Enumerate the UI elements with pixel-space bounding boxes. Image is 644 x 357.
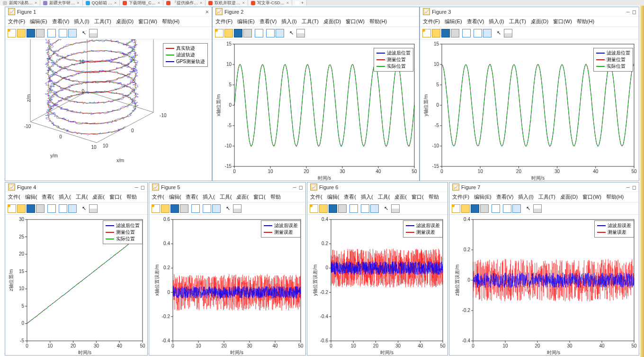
open-file-icon[interactable] [17,29,26,37]
minimize-icon[interactable]: — [626,184,630,191]
close-icon[interactable]: × [77,0,79,5]
menu-item[interactable]: 桌面(D) [531,18,548,25]
grid-icon[interactable] [533,204,542,213]
title-bar[interactable]: 📈 Figure 7—□ [449,183,639,192]
close-icon[interactable]: × [286,0,289,5]
pointer-icon[interactable]: ↖ [224,204,232,213]
tile2-icon[interactable] [512,204,521,213]
tile2-icon[interactable] [276,29,284,37]
menu-item[interactable]: 桌面( [394,193,407,201]
menu-item[interactable]: 工具( [76,193,88,201]
menu-item[interactable]: 帮助(H) [369,18,387,25]
browser-tab[interactable]: 新闻?读易…× [0,0,40,6]
browser-tab[interactable]: 双机并联逆…× [206,0,248,6]
new-file-icon[interactable] [8,29,16,37]
grid-icon[interactable] [89,29,98,37]
menu-item[interactable]: 文件(F) [215,18,233,25]
grid-icon[interactable] [89,204,98,213]
menu-item[interactable]: 编辑(E) [30,18,47,25]
menu-item[interactable]: 工具(T) [509,18,526,25]
menu-item[interactable]: 查看(V) [259,18,277,25]
title-bar[interactable]: 📈 Figure 4—□ [5,183,147,192]
pointer-icon[interactable]: ↖ [80,29,88,37]
menu-item[interactable]: 编辑( [25,193,37,201]
grid-icon[interactable] [233,204,242,213]
minimize-icon[interactable]: — [135,184,138,191]
tile1-icon[interactable] [203,204,211,213]
open-file-icon[interactable] [224,29,233,37]
browser-tab[interactable]: 『提供操作…× [163,0,206,6]
window-icon[interactable] [349,204,358,213]
print-icon[interactable] [243,29,252,37]
save-icon[interactable] [27,204,35,213]
tile1-icon[interactable] [59,204,67,213]
menu-item[interactable]: 窗口(W) [582,193,601,201]
menu-item[interactable]: 查看( [344,193,356,201]
save-icon[interactable] [234,29,242,37]
tile1-icon[interactable] [266,29,275,37]
browser-tab[interactable]: QQ邮箱 …× [83,0,120,6]
menu-item[interactable]: 查看( [42,193,54,201]
maximize-icon[interactable]: □ [633,9,636,15]
menu-item[interactable]: 文件( [310,193,322,201]
tile1-icon[interactable] [503,204,511,213]
menu-item[interactable]: 帮助 [429,193,439,201]
menu-item[interactable]: 工具( [378,193,390,201]
open-file-icon[interactable] [319,204,328,213]
browser-tab[interactable]: 新疆大学研…× [40,0,82,6]
save-icon[interactable] [170,204,179,213]
print-icon[interactable] [480,204,489,213]
menu-item[interactable]: 编辑( [169,193,181,201]
title-bar[interactable]: 📈 Figure 1× [5,7,212,17]
pointer-icon[interactable]: ↖ [80,204,88,213]
menu-item[interactable]: 编辑( [327,193,340,201]
menu-item[interactable]: 插入( [59,193,71,201]
title-bar[interactable]: 📈 Figure 5—□ [149,183,305,192]
menu-item[interactable]: 帮助 [126,193,137,201]
window-icon[interactable] [462,29,471,37]
tile2-icon[interactable] [68,29,77,37]
menu-item[interactable]: 查看(V) [467,18,484,25]
window-icon[interactable] [47,204,56,213]
tile2-icon[interactable] [68,204,77,213]
save-icon[interactable] [27,29,35,37]
new-file-icon[interactable] [8,204,16,213]
pointer-icon[interactable]: ↖ [287,29,295,37]
menu-item[interactable]: 编辑(E) [237,18,255,25]
open-file-icon[interactable] [161,204,170,213]
menu-item[interactable]: 窗口( [411,193,424,201]
menu-item[interactable]: 查看( [186,193,198,201]
title-bar[interactable]: 📈 Figure 2 [213,7,419,17]
browser-tab[interactable]: + [292,0,307,6]
save-icon[interactable] [441,29,450,37]
menu-item[interactable]: 窗口( [109,193,122,201]
tile1-icon[interactable] [474,29,482,37]
menu-item[interactable]: 工具(T) [302,18,319,25]
print-icon[interactable] [451,29,459,37]
menu-item[interactable]: 插入(I) [489,18,504,25]
menu-item[interactable]: 编辑(E) [474,193,492,201]
menu-item[interactable]: 文件( [152,193,164,201]
grid-icon[interactable] [391,204,400,213]
menu-item[interactable]: 工具(T) [538,193,555,201]
menu-item[interactable]: 文件(F) [423,18,440,25]
save-icon[interactable] [471,204,479,213]
menu-item[interactable]: 工具( [220,193,232,201]
maximize-icon[interactable]: □ [633,184,636,191]
print-icon[interactable] [338,204,347,213]
menu-item[interactable]: 插入( [361,193,373,201]
minimize-icon[interactable]: — [626,9,630,15]
grid-icon[interactable] [504,29,512,37]
window-icon[interactable] [492,204,500,213]
print-icon[interactable] [180,204,188,213]
tile1-icon[interactable] [361,204,369,213]
menu-item[interactable]: 桌面(D) [560,193,578,201]
menu-item[interactable]: 桌面( [92,193,105,201]
menu-item[interactable]: 帮助 [270,193,281,201]
title-bar[interactable]: 📈 Figure 6 [307,183,447,192]
close-icon[interactable]: × [35,0,37,5]
grid-icon[interactable] [296,29,305,37]
new-file-icon[interactable] [452,204,460,213]
tile2-icon[interactable] [370,204,379,213]
menu-item[interactable]: 文件(F) [452,193,469,201]
